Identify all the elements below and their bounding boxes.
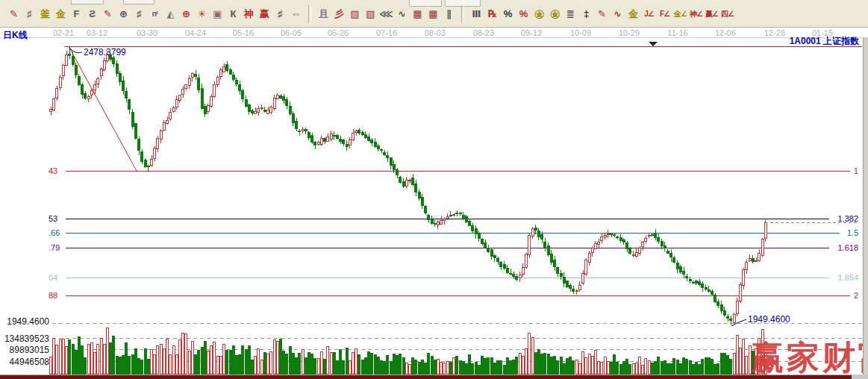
fib-ratio-label: 2 [821, 291, 858, 300]
window-corner [852, 375, 868, 379]
fib-left-label: .79 [49, 243, 68, 252]
low-price-annotation: 1949.4600 [748, 314, 790, 325]
fib-ratio-label: 1.618 [821, 243, 858, 252]
fib-ratio-label: 1.382 [821, 214, 858, 223]
fib-ratio-label: 1.5 [821, 228, 858, 237]
window-right-border [863, 37, 868, 379]
fib-ratio-label: 1.854 [821, 273, 858, 282]
fib-left-label: .66 [49, 228, 68, 237]
stock-app-window: ✎♯釜金FƧ✎⊕♯n²◭⊕✳▣К神赢♯⇔且彡▨▧⋘∿▦▦∥Ⅲ℞%%㊎㊎≣‡✎∿金… [0, 0, 868, 379]
fib-left-label: 88 [49, 291, 68, 300]
symbol-title: 1A0001 上证指数 [790, 35, 859, 48]
window-bottom-border [0, 375, 852, 379]
chart-period-label[interactable]: 日K线 [3, 29, 28, 42]
site-watermark: 赢家财富网 [751, 336, 868, 379]
fib-ratio-label: 1 [821, 166, 858, 175]
fib-left-label: 53 [49, 214, 68, 223]
price-low-axis-label: 1949.4600 [0, 316, 49, 327]
fib-left-label: 04 [49, 273, 68, 282]
peak-price-annotation: 2478.3799 [84, 47, 126, 57]
volume-axis-label: 44946508 [0, 357, 49, 367]
volume-axis-label: 134839523 [0, 333, 49, 344]
kline-chart-canvas[interactable] [0, 0, 868, 379]
fib-left-label: 43 [49, 166, 68, 175]
volume-axis-label: 89893015 [0, 345, 49, 355]
